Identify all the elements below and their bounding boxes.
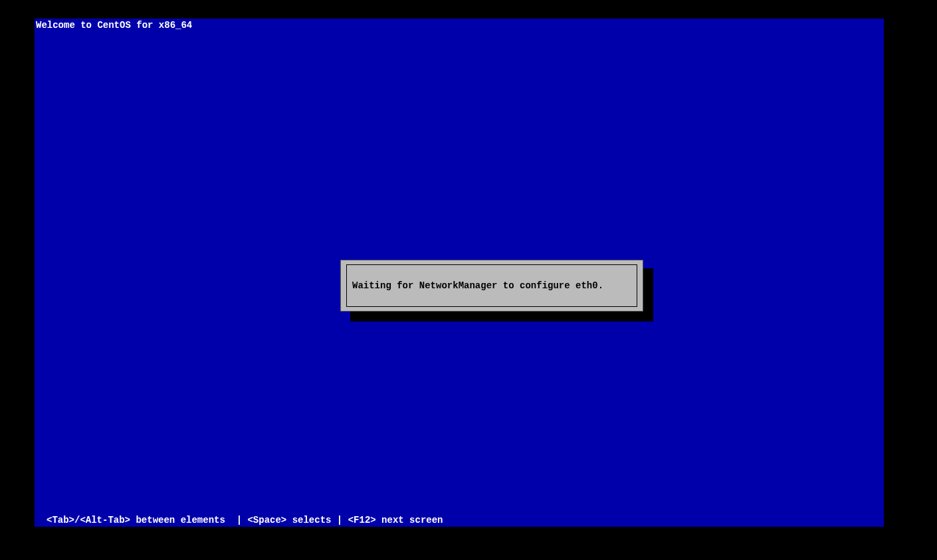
dialog-frame: Waiting for NetworkManager to configure …	[346, 264, 637, 307]
status-message: Waiting for NetworkManager to configure …	[352, 280, 603, 291]
keyboard-hints: <Tab>/<Alt-Tab> between elements | <Spac…	[47, 515, 443, 525]
status-dialog: Waiting for NetworkManager to configure …	[340, 260, 643, 312]
installer-console: Welcome to CentOS for x86_64 Waiting for…	[35, 19, 884, 527]
page-title: Welcome to CentOS for x86_64	[36, 20, 192, 31]
